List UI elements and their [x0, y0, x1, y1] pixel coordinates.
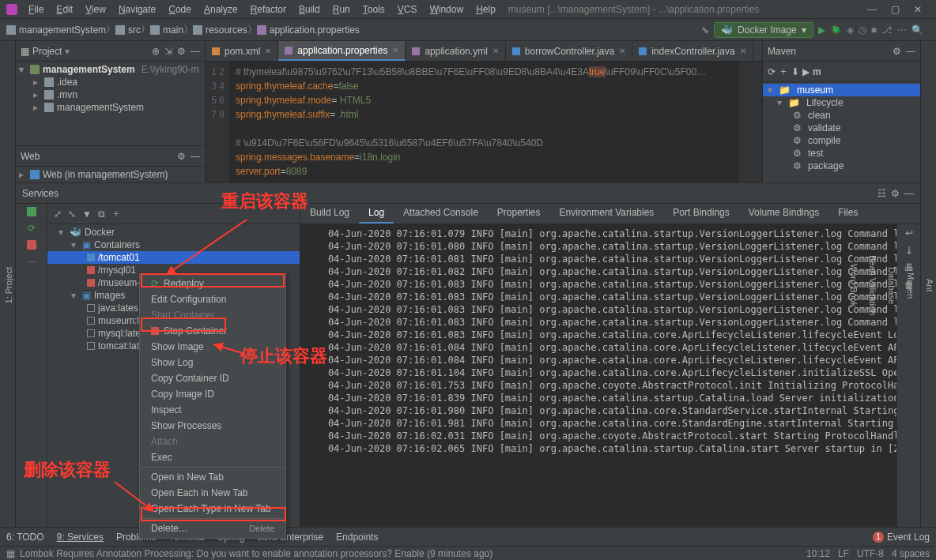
stop-icon[interactable]: [27, 240, 36, 250]
hide-icon[interactable]: —: [904, 188, 914, 199]
close-icon[interactable]: ✕: [265, 47, 271, 55]
close-icon[interactable]: ✕: [493, 47, 499, 55]
menu-code[interactable]: Code: [162, 2, 198, 17]
download-icon[interactable]: ⬇: [791, 66, 799, 77]
tree-item[interactable]: ⚙test: [763, 147, 920, 160]
locate-icon[interactable]: ⊕: [152, 46, 160, 57]
filter-icon[interactable]: ▼: [82, 209, 92, 220]
menu-item[interactable]: Show Log: [140, 355, 285, 370]
run-icon[interactable]: ▶: [818, 24, 825, 36]
tree-item[interactable]: /tomcat01: [47, 251, 300, 264]
log-output[interactable]: 04-Jun-2020 07:16:01.079 INFO [main] org…: [300, 224, 896, 527]
editor-tab[interactable]: application.yml✕: [406, 41, 505, 61]
indent[interactable]: 4 spaces: [892, 548, 930, 559]
tree-item[interactable]: ⚙clean: [763, 109, 920, 122]
editor-tab[interactable]: indexController.java✕: [632, 41, 753, 61]
tree-root[interactable]: ▾ managementSystem E:\lyking90-m: [16, 63, 205, 76]
menu-view[interactable]: View: [79, 2, 112, 17]
status-message[interactable]: Lombok Requires Annotation Processing: D…: [20, 548, 493, 559]
side-tab[interactable]: Maven: [904, 268, 917, 303]
editor-tab[interactable]: application.properties✕: [278, 41, 406, 61]
breadcrumb-item[interactable]: src: [115, 24, 141, 36]
menu-item[interactable]: Exec: [140, 449, 285, 465]
event-log[interactable]: 1 Event Log: [873, 532, 930, 543]
tree-item[interactable]: ▸ managementSystem: [16, 101, 205, 114]
gear-icon[interactable]: ⚙: [177, 151, 186, 162]
close-icon[interactable]: ✕: [619, 47, 625, 55]
scroll-end-icon[interactable]: ⤓: [905, 245, 913, 256]
breadcrumb-item[interactable]: main: [150, 24, 183, 36]
menu-item[interactable]: Stop Container: [140, 323, 285, 339]
services-tab[interactable]: Port Bindings: [663, 204, 738, 224]
gear-icon[interactable]: ⚙: [893, 46, 901, 57]
hide-icon[interactable]: —: [906, 46, 915, 57]
services-tab[interactable]: Attached Console: [394, 204, 488, 224]
tree-item[interactable]: ▸ .idea: [16, 76, 205, 88]
build-icon[interactable]: ⬊: [701, 24, 709, 36]
refresh-icon[interactable]: ⟳: [768, 66, 776, 77]
chevron-down-icon[interactable]: ▾: [65, 46, 70, 57]
minimize-icon[interactable]: —: [867, 4, 877, 15]
services-tab[interactable]: Log: [359, 204, 394, 224]
menu-window[interactable]: Window: [423, 2, 470, 17]
run-icon[interactable]: [27, 207, 36, 216]
debug-icon[interactable]: 🪲: [830, 24, 842, 36]
hide-icon[interactable]: —: [191, 151, 200, 162]
menu-item[interactable]: Show Processes: [140, 418, 285, 434]
run-config-select[interactable]: 🐳 Docker Image ▾: [714, 22, 813, 38]
menu-vcs[interactable]: VCS: [391, 2, 424, 17]
editor-tab[interactable]: pom.xml✕: [206, 41, 278, 61]
menu-file[interactable]: File: [22, 2, 50, 17]
menu-item[interactable]: Open in New Tab: [140, 469, 285, 485]
menu-edit[interactable]: Edit: [50, 2, 79, 17]
group-icon[interactable]: ⧉: [98, 209, 105, 220]
line-sep[interactable]: LF: [838, 548, 849, 559]
services-tab[interactable]: Volume Bindings: [739, 204, 828, 224]
layout-icon[interactable]: ☷: [878, 188, 886, 199]
menu-tools[interactable]: Tools: [357, 2, 391, 17]
menu-item[interactable]: Open Each in New Tab: [140, 485, 285, 501]
menu-item[interactable]: Delete…Delete: [140, 521, 285, 536]
profile-icon[interactable]: ◷: [859, 24, 866, 36]
services-tab[interactable]: Environment Variables: [550, 204, 664, 224]
services-tab[interactable]: Files: [828, 204, 867, 224]
add-icon[interactable]: ＋: [779, 65, 788, 78]
tree-item[interactable]: ▾🐳 Docker: [47, 226, 300, 239]
tree-item[interactable]: ⚙package: [763, 160, 920, 172]
editor-tab[interactable]: borrowController.java✕: [506, 41, 632, 61]
tree-item[interactable]: ▸ .mvn: [16, 88, 205, 101]
menu-item[interactable]: Show Image: [140, 339, 285, 355]
menu-item[interactable]: Copy Image ID: [140, 386, 285, 402]
tree-item[interactable]: ⚙compile: [763, 134, 920, 147]
tree-item[interactable]: ▾📁museum: [763, 84, 920, 96]
caret-position[interactable]: 10:12: [806, 548, 830, 559]
tree-item[interactable]: ▸ Web (in managementSystem): [16, 168, 205, 181]
expand-icon[interactable]: ⇲: [164, 46, 172, 57]
toolwindow-tab[interactable]: 6: TODO: [6, 532, 44, 543]
tree-item[interactable]: ▾▣ Containers: [47, 239, 300, 251]
hide-icon[interactable]: —: [191, 46, 200, 57]
breadcrumb-item[interactable]: managementSystem: [6, 24, 106, 36]
run-icon[interactable]: ▶: [802, 66, 810, 77]
breadcrumb-item[interactable]: application.properties: [257, 24, 360, 36]
side-tab[interactable]: Word Book: [847, 259, 860, 311]
close-icon[interactable]: ✕: [392, 46, 398, 54]
rerun-icon[interactable]: ⟳: [28, 223, 36, 234]
menu-build[interactable]: Build: [292, 2, 326, 17]
gear-icon[interactable]: ⚙: [177, 46, 186, 57]
tree-item[interactable]: ▾📁Lifecycle: [763, 96, 920, 109]
side-tab[interactable]: 1: Project: [2, 262, 15, 308]
side-tab[interactable]: Ant: [923, 274, 936, 297]
maven-m-icon[interactable]: m: [813, 66, 821, 77]
menu-refactor[interactable]: Refactor: [244, 2, 292, 17]
menu-item[interactable]: Open Each Type in New Tab: [140, 501, 285, 517]
stop-icon[interactable]: ■: [871, 24, 877, 36]
coverage-icon[interactable]: ◈: [847, 24, 854, 36]
menu-navigate[interactable]: Navigate: [112, 2, 162, 17]
menu-item[interactable]: Copy Container ID: [140, 370, 285, 386]
status-icon[interactable]: ▦: [6, 548, 15, 559]
search-icon[interactable]: 🔍: [911, 24, 923, 36]
menu-analyze[interactable]: Analyze: [198, 2, 244, 17]
menu-help[interactable]: Help: [470, 2, 502, 17]
toolwindow-tab[interactable]: Endpoints: [336, 532, 378, 543]
